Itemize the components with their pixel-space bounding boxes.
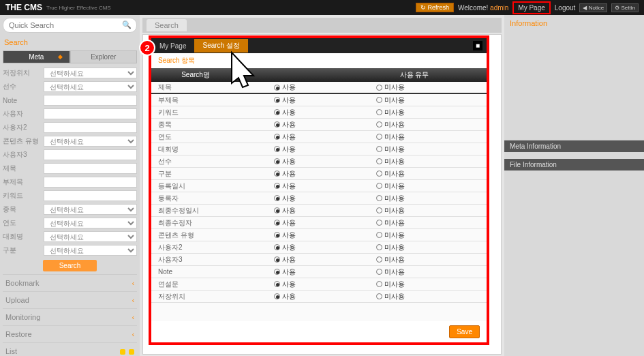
sidebar-section-monitoring[interactable]: Monitoring‹ (3, 308, 137, 325)
nouse-radio-wrap[interactable]: 미사용 (342, 243, 487, 252)
radio-use[interactable] (274, 244, 280, 250)
radio-use[interactable] (274, 170, 280, 177)
nouse-radio-wrap[interactable]: 미사용 (342, 132, 487, 142)
setting-button[interactable]: ⚙ Settin (611, 3, 639, 12)
nouse-radio-wrap[interactable]: 미사용 (342, 194, 487, 203)
radio-use[interactable] (274, 207, 280, 213)
radio-use[interactable] (274, 256, 280, 263)
radio-nouse[interactable] (376, 158, 382, 164)
use-radio-wrap[interactable]: 사용 (233, 157, 342, 166)
filter-select[interactable]: 선택하세요 (44, 218, 137, 228)
use-radio-wrap[interactable]: 사용 (233, 280, 342, 289)
radio-nouse[interactable] (376, 256, 382, 263)
radio-use[interactable] (274, 220, 280, 226)
use-radio-wrap[interactable]: 사용 (233, 120, 342, 130)
filter-select[interactable]: 선택하세요 (44, 204, 137, 215)
notice-button[interactable]: ◀ Notice (579, 3, 607, 12)
nouse-radio-wrap[interactable]: 미사용 (342, 292, 487, 301)
logout-link[interactable]: Logout (555, 4, 576, 12)
filter-select[interactable]: 선택하세요 (44, 231, 137, 242)
nouse-radio-wrap[interactable]: 미사용 (342, 206, 487, 216)
nouse-radio-wrap[interactable]: 미사용 (342, 218, 487, 228)
radio-nouse[interactable] (376, 281, 382, 287)
radio-nouse[interactable] (376, 146, 382, 152)
radio-nouse[interactable] (376, 121, 382, 128)
radio-use[interactable] (274, 109, 280, 115)
nouse-radio-wrap[interactable]: 미사용 (342, 231, 487, 240)
meta-info-header[interactable]: Meta Information (504, 140, 644, 152)
center-tab-search[interactable]: Search (147, 19, 187, 31)
filter-select[interactable]: 선택하세요 (44, 68, 137, 78)
sidebar-section-bookmark[interactable]: Bookmark‹ (3, 274, 137, 291)
filter-select[interactable]: 선택하세요 (44, 245, 137, 256)
nouse-radio-wrap[interactable]: 미사용 (342, 280, 487, 289)
sidebar-section-list[interactable]: List (3, 342, 137, 356)
close-icon[interactable]: ■ (473, 41, 482, 50)
refresh-button[interactable]: ↻ Refresh (416, 3, 454, 12)
modal-tab-mypage[interactable]: My Page (151, 40, 194, 52)
filter-input[interactable] (44, 190, 137, 201)
modal-rows[interactable]: 제목사용미사용부제목사용미사용키워드사용미사용종목사용미사용연도사용미사용대회명… (151, 82, 487, 321)
filter-input[interactable] (44, 177, 137, 188)
use-radio-wrap[interactable]: 사용 (233, 255, 342, 265)
radio-use[interactable] (274, 134, 280, 140)
mypage-link[interactable]: My Page (512, 1, 550, 14)
radio-nouse[interactable] (376, 232, 382, 238)
radio-use[interactable] (274, 97, 280, 103)
tab-explorer[interactable]: Explorer (70, 50, 138, 63)
use-radio-wrap[interactable]: 사용 (233, 292, 342, 301)
filter-select[interactable]: 선택하세요 (44, 81, 137, 92)
filter-input[interactable] (44, 149, 137, 160)
radio-nouse[interactable] (376, 97, 382, 103)
file-info-header[interactable]: File Information (504, 159, 644, 170)
radio-use[interactable] (274, 195, 280, 201)
radio-use[interactable] (274, 293, 280, 299)
radio-use[interactable] (274, 269, 280, 275)
radio-use[interactable] (274, 85, 280, 91)
radio-use[interactable] (274, 281, 280, 287)
use-radio-wrap[interactable]: 사용 (233, 108, 342, 117)
nouse-radio-wrap[interactable]: 미사용 (342, 83, 487, 92)
radio-nouse[interactable] (376, 269, 382, 275)
nouse-radio-wrap[interactable]: 미사용 (342, 157, 487, 166)
radio-nouse[interactable] (376, 244, 382, 250)
radio-nouse[interactable] (376, 220, 382, 226)
tab-meta[interactable]: Meta◆ (3, 50, 70, 63)
sidebar-section-upload[interactable]: Upload‹ (3, 291, 137, 308)
sidebar-section-restore[interactable]: Restore‹ (3, 325, 137, 342)
radio-nouse[interactable] (376, 183, 382, 189)
radio-nouse[interactable] (376, 207, 382, 213)
nouse-radio-wrap[interactable]: 미사용 (342, 145, 487, 154)
radio-nouse[interactable] (376, 85, 382, 91)
nouse-radio-wrap[interactable]: 미사용 (342, 120, 487, 130)
nouse-radio-wrap[interactable]: 미사용 (342, 169, 487, 179)
use-radio-wrap[interactable]: 사용 (233, 169, 342, 179)
filter-input[interactable] (44, 122, 137, 133)
nouse-radio-wrap[interactable]: 미사용 (342, 108, 487, 117)
radio-nouse[interactable] (376, 170, 382, 177)
radio-nouse[interactable] (376, 195, 382, 201)
nouse-radio-wrap[interactable]: 미사용 (342, 181, 487, 191)
save-button[interactable]: Save (449, 325, 480, 338)
use-radio-wrap[interactable]: 사용 (233, 206, 342, 216)
nouse-radio-wrap[interactable]: 미사용 (342, 255, 487, 265)
use-radio-wrap[interactable]: 사용 (233, 194, 342, 203)
use-radio-wrap[interactable]: 사용 (233, 145, 342, 154)
use-radio-wrap[interactable]: 사용 (233, 231, 342, 240)
radio-use[interactable] (274, 232, 280, 238)
use-radio-wrap[interactable]: 사용 (233, 181, 342, 191)
sidebar-search-button[interactable]: Search (43, 260, 97, 271)
radio-use[interactable] (274, 158, 280, 164)
filter-select[interactable]: 선택하세요 (44, 136, 137, 147)
use-radio-wrap[interactable]: 사용 (233, 218, 342, 228)
radio-nouse[interactable] (376, 134, 382, 140)
radio-use[interactable] (274, 121, 280, 128)
use-radio-wrap[interactable]: 사용 (233, 267, 342, 277)
filter-input[interactable] (44, 163, 137, 174)
radio-nouse[interactable] (376, 109, 382, 115)
radio-nouse[interactable] (376, 293, 382, 299)
quick-search-input[interactable] (3, 18, 137, 33)
filter-input[interactable] (44, 95, 137, 106)
search-icon[interactable]: 🔍 (122, 20, 132, 29)
use-radio-wrap[interactable]: 사용 (233, 243, 342, 252)
